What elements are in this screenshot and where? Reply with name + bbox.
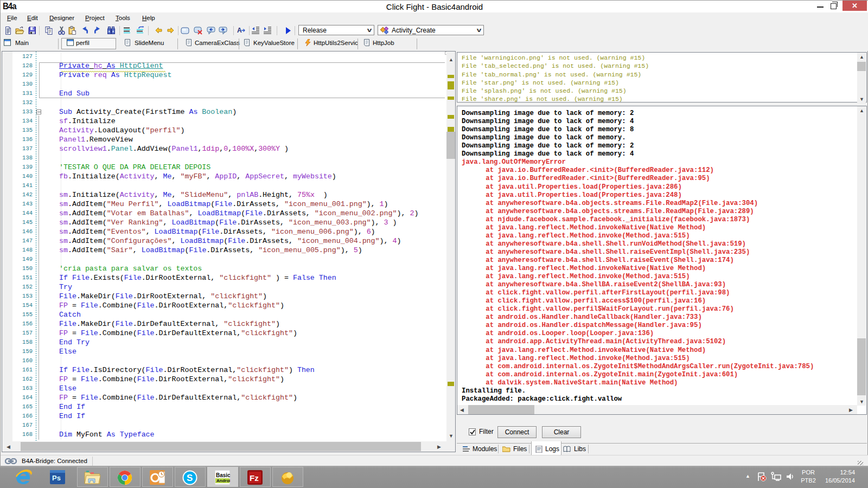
svg-text:Ps: Ps bbox=[52, 474, 61, 482]
svg-text:Basic4: Basic4 bbox=[216, 472, 230, 478]
svg-text:A: A bbox=[237, 27, 242, 34]
svg-text:S: S bbox=[187, 473, 193, 483]
svg-text:Fz: Fz bbox=[250, 473, 259, 483]
svg-text:Android: Android bbox=[216, 478, 230, 483]
